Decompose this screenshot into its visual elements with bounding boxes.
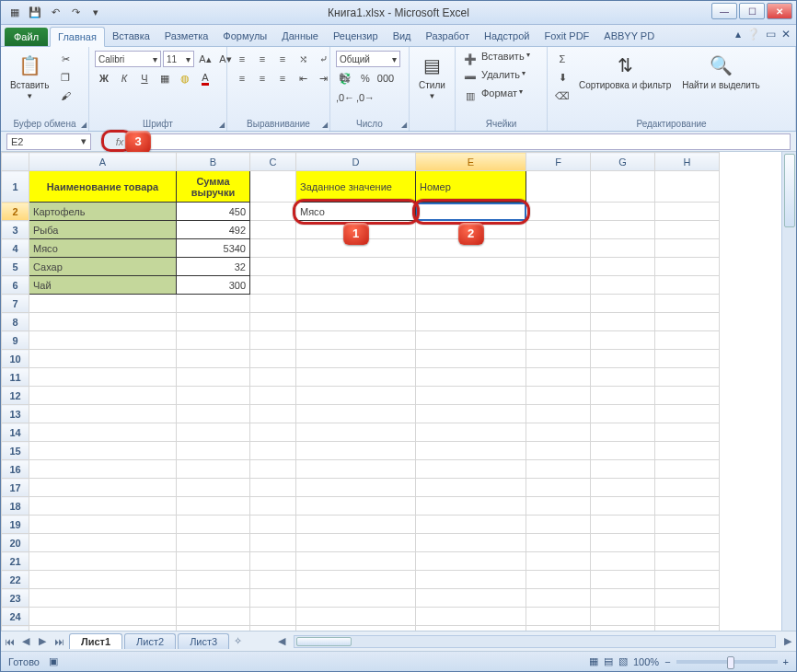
cell-C5[interactable] (250, 258, 296, 276)
cell-B9[interactable] (177, 331, 250, 350)
cell-B7[interactable] (177, 295, 250, 313)
column-header-G[interactable]: G (591, 153, 655, 171)
cell-B5[interactable]: 32 (177, 258, 250, 276)
row-header-3[interactable]: 3 (2, 221, 29, 239)
row-header-2[interactable]: 2 (2, 203, 29, 221)
cell-G10[interactable] (591, 350, 655, 368)
format-painter-button[interactable]: 🖌 (56, 87, 75, 104)
cell-A3[interactable]: Рыба (29, 221, 177, 239)
cell-D13[interactable] (296, 405, 416, 423)
cell-A25[interactable] (29, 626, 177, 631)
cell-C23[interactable] (250, 589, 296, 608)
horizontal-scrollbar[interactable] (294, 635, 776, 648)
italic-button[interactable]: К (115, 70, 133, 87)
cell-A20[interactable] (29, 534, 177, 552)
align-top-button[interactable]: ≡ (233, 51, 251, 67)
cell-D11[interactable] (296, 368, 416, 387)
row-header-11[interactable]: 11 (2, 368, 29, 387)
cell-A8[interactable] (29, 313, 177, 331)
cell-G2[interactable] (591, 203, 655, 221)
cell-F19[interactable] (526, 516, 591, 534)
cell-F20[interactable] (526, 534, 591, 552)
cell-G18[interactable] (591, 497, 655, 516)
number-format-select[interactable]: Общий▾ (336, 51, 400, 67)
cell-A23[interactable] (29, 589, 177, 608)
autosum-button[interactable]: Σ (553, 51, 572, 67)
cell-C24[interactable] (250, 608, 296, 626)
formula-bar[interactable] (134, 133, 791, 150)
sort-filter-button[interactable]: ⇅ Сортировка и фильтр (575, 51, 675, 92)
cell-A2[interactable]: Картофель (29, 203, 177, 221)
cell-C16[interactable] (250, 460, 296, 479)
number-launcher-icon[interactable]: ◢ (401, 121, 407, 129)
qat-customize-button[interactable]: ▾ (87, 5, 104, 21)
cell-D25[interactable] (296, 626, 416, 631)
cell-F23[interactable] (526, 589, 591, 608)
row-header-7[interactable]: 7 (2, 295, 29, 313)
alignment-launcher-icon[interactable]: ◢ (322, 121, 328, 129)
delete-cells-button[interactable]: ➖Удалить▾ (461, 69, 526, 86)
currency-button[interactable]: 💱 (336, 70, 354, 87)
cell-F24[interactable] (526, 608, 591, 626)
sheet-nav-prev-button[interactable]: ◀ (17, 633, 34, 650)
cell-H15[interactable] (655, 442, 720, 460)
cell-G13[interactable] (591, 405, 655, 423)
cell-F15[interactable] (526, 442, 591, 460)
cell-B19[interactable] (177, 516, 250, 534)
cell-A9[interactable] (29, 331, 177, 350)
cell-H24[interactable] (655, 608, 720, 626)
cell-C10[interactable] (250, 350, 296, 368)
cell-H19[interactable] (655, 516, 720, 534)
cell-C1[interactable] (250, 171, 296, 203)
cell-D7[interactable] (296, 295, 416, 313)
tab-вставка[interactable]: Вставка (105, 27, 157, 46)
cell-C20[interactable] (250, 534, 296, 552)
cell-B6[interactable]: 300 (177, 276, 250, 295)
cell-G3[interactable] (591, 221, 655, 239)
cell-G25[interactable] (591, 626, 655, 631)
cell-C18[interactable] (250, 497, 296, 516)
zoom-out-button[interactable]: − (664, 656, 670, 667)
name-box[interactable]: E2▾ (6, 133, 91, 150)
cell-E17[interactable] (416, 479, 526, 497)
select-all-corner[interactable] (2, 153, 29, 171)
cell-F2[interactable] (526, 203, 591, 221)
indent-dec-button[interactable]: ⇤ (294, 70, 312, 87)
cell-H21[interactable] (655, 552, 720, 571)
cell-F4[interactable] (526, 239, 591, 258)
cell-D4[interactable] (296, 239, 416, 258)
cell-E14[interactable] (416, 423, 526, 442)
cell-A16[interactable] (29, 460, 177, 479)
minimize-ribbon-icon[interactable]: ▴ (735, 28, 741, 41)
tab-данные[interactable]: Данные (274, 27, 326, 46)
font-color-button[interactable]: A (196, 70, 214, 87)
qat-undo-button[interactable]: ↶ (47, 5, 64, 21)
cell-C13[interactable] (250, 405, 296, 423)
cell-C8[interactable] (250, 313, 296, 331)
clipboard-launcher-icon[interactable]: ◢ (81, 121, 87, 129)
cell-B8[interactable] (177, 313, 250, 331)
cell-E19[interactable] (416, 516, 526, 534)
view-pagebreak-button[interactable]: ▧ (618, 655, 628, 667)
new-sheet-button[interactable]: ✧ (229, 633, 246, 650)
cell-F9[interactable] (526, 331, 591, 350)
cell-C9[interactable] (250, 331, 296, 350)
cell-A13[interactable] (29, 405, 177, 423)
cell-A19[interactable] (29, 516, 177, 534)
cell-F18[interactable] (526, 497, 591, 516)
tab-file[interactable]: Файл (5, 28, 48, 46)
cell-H3[interactable] (655, 221, 720, 239)
wrap-text-button[interactable]: ⤶ (314, 51, 332, 67)
zoom-slider[interactable] (676, 660, 778, 664)
cell-G9[interactable] (591, 331, 655, 350)
cell-H8[interactable] (655, 313, 720, 331)
inc-decimals-button[interactable]: ,0← (336, 89, 354, 106)
cell-G7[interactable] (591, 295, 655, 313)
row-header-25[interactable]: 25 (2, 626, 29, 631)
cell-E7[interactable] (416, 295, 526, 313)
find-select-button[interactable]: 🔍 Найти и выделить (678, 51, 763, 92)
cell-B24[interactable] (177, 608, 250, 626)
cell-E9[interactable] (416, 331, 526, 350)
font-launcher-icon[interactable]: ◢ (219, 121, 225, 129)
cell-H7[interactable] (655, 295, 720, 313)
